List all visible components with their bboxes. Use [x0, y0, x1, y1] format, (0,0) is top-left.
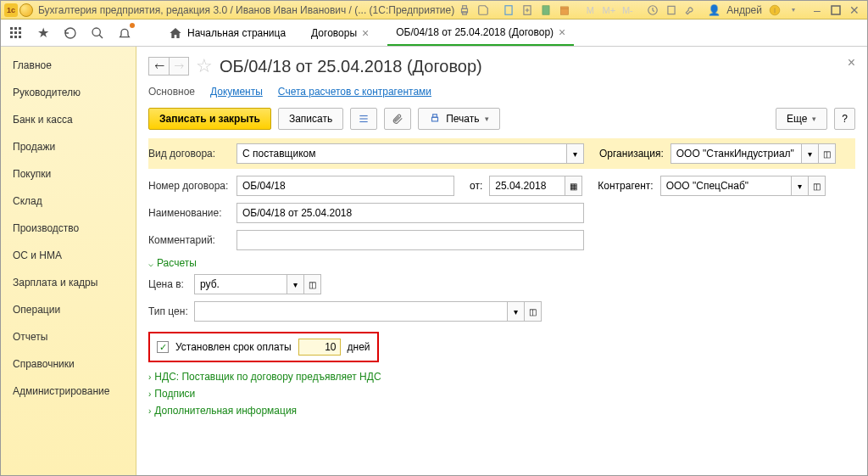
svg-rect-18	[19, 31, 21, 34]
sign-expander[interactable]: ›Подписи	[148, 388, 855, 400]
term-label: Установлен срок оплаты	[175, 341, 292, 353]
svg-rect-3	[505, 5, 512, 14]
calendar-picker-icon[interactable]: ▦	[565, 176, 582, 196]
calc-expander[interactable]: ⌵Расчеты	[148, 257, 855, 269]
save-button[interactable]: Записать	[278, 108, 343, 130]
sidebar-item-admin[interactable]: Администрирование	[1, 378, 136, 405]
sidebar-item-assets[interactable]: ОС и НМА	[1, 242, 136, 269]
type-input[interactable]	[194, 301, 508, 322]
open-icon[interactable]: ◫	[819, 143, 836, 164]
price-input[interactable]	[194, 274, 287, 294]
nav-back-button[interactable]: 🡐	[148, 57, 169, 76]
sidebar-item-operations[interactable]: Операции	[1, 296, 136, 323]
svg-rect-1	[463, 5, 467, 8]
home-tab[interactable]: Начальная страница	[162, 21, 292, 45]
sidebar-item-production[interactable]: Производство	[1, 215, 136, 242]
print-button[interactable]: Печать▾	[418, 108, 499, 130]
sidebar-item-main[interactable]: Главное	[1, 52, 136, 79]
close-icon[interactable]: ×	[362, 26, 369, 40]
close-window-icon[interactable]: ✕	[847, 3, 862, 17]
open-icon[interactable]: ◫	[304, 274, 321, 294]
svg-rect-19	[10, 36, 13, 38]
type-label: Тип цен:	[148, 305, 194, 317]
close-page-icon[interactable]: ×	[848, 55, 855, 70]
star-icon[interactable]: ★	[35, 25, 52, 42]
tab-contracts[interactable]: Договоры ×	[303, 21, 377, 45]
m-plus-btn[interactable]: M+	[601, 3, 616, 17]
sidebar-item-manager[interactable]: Руководителю	[1, 79, 136, 106]
dropdown-icon[interactable]: ▾	[802, 143, 819, 164]
svg-rect-15	[19, 27, 21, 30]
info-icon[interactable]: i	[767, 3, 782, 17]
more-button[interactable]: Еще▾	[776, 108, 827, 130]
history-icon[interactable]	[62, 25, 79, 42]
doc-out-icon[interactable]	[520, 3, 535, 17]
favorite-star-icon[interactable]: ☆	[196, 55, 213, 77]
addl-expander[interactable]: ›Дополнительная информация	[148, 405, 855, 417]
counter-input[interactable]	[660, 176, 792, 196]
svg-line-23	[99, 35, 103, 38]
page-title: ОБ/04/18 от 25.04.2018 (Договор)	[220, 57, 482, 76]
date-input[interactable]	[489, 176, 565, 196]
clock-icon[interactable]	[645, 3, 660, 17]
close-icon[interactable]: ×	[559, 25, 565, 39]
app-logo-icon: 1c	[4, 3, 18, 17]
svg-rect-5	[542, 5, 549, 14]
sidebar-item-salary[interactable]: Зарплата и кадры	[1, 269, 136, 296]
name-input[interactable]	[236, 203, 584, 223]
org-label: Организация:	[599, 148, 664, 160]
attach-button[interactable]	[384, 108, 411, 130]
vat-expander[interactable]: ›НДС: Поставщик по договору предъявляет …	[148, 371, 855, 383]
org-input[interactable]	[670, 143, 802, 164]
calendar-icon[interactable]	[557, 3, 572, 17]
print-icon[interactable]	[457, 3, 472, 17]
comment-input[interactable]	[236, 230, 584, 250]
search-icon[interactable]	[89, 25, 106, 42]
bell-icon[interactable]	[116, 25, 133, 42]
term-checkbox[interactable]: ✓	[157, 341, 169, 353]
tab-contract-doc[interactable]: ОБ/04/18 от 25.04.2018 (Договор) ×	[387, 20, 574, 46]
window-title: Бухгалтерия предприятия, редакция 3.0 / …	[38, 4, 454, 16]
sidebar-item-sales[interactable]: Продажи	[1, 133, 136, 160]
chevron-down-icon: ⌵	[148, 259, 153, 268]
dropdown-icon[interactable]: ▾	[792, 176, 809, 196]
save-icon[interactable]	[476, 3, 491, 17]
help-button[interactable]: ?	[834, 108, 855, 130]
save-close-button[interactable]: Записать и закрыть	[148, 108, 271, 130]
svg-rect-27	[432, 117, 438, 121]
m-btn[interactable]: M	[582, 3, 598, 17]
book-icon[interactable]	[664, 3, 679, 17]
sidebar-item-refs[interactable]: Справочники	[1, 350, 136, 378]
subtab-docs[interactable]: Документы	[210, 86, 263, 98]
sidebar-item-reports[interactable]: Отчеты	[1, 323, 136, 350]
open-icon[interactable]: ◫	[809, 176, 826, 196]
info-drop-icon[interactable]: ▾	[786, 3, 801, 17]
svg-rect-9	[668, 6, 675, 14]
term-days-input[interactable]	[298, 339, 341, 356]
maximize-icon[interactable]	[828, 3, 843, 17]
dropdown-orb-icon[interactable]	[19, 3, 33, 17]
wrench-icon[interactable]	[682, 3, 698, 17]
list-button[interactable]	[350, 108, 377, 130]
printer-icon	[429, 113, 441, 125]
subtab-main[interactable]: Основное	[148, 86, 195, 98]
m-minus-btn[interactable]: M-	[620, 3, 635, 17]
sidebar-item-purchases[interactable]: Покупки	[1, 160, 136, 188]
calc-icon[interactable]	[538, 3, 554, 17]
num-input[interactable]	[236, 176, 454, 196]
dropdown-icon[interactable]: ▾	[287, 274, 304, 294]
subtab-accounts[interactable]: Счета расчетов с контрагентами	[278, 86, 431, 98]
dropdown-icon[interactable]: ▾	[508, 301, 525, 322]
nav-forward-button[interactable]: 🡒	[169, 57, 189, 76]
open-icon[interactable]: ◫	[525, 301, 542, 322]
contract-type-input[interactable]	[236, 143, 567, 164]
apps-icon[interactable]	[8, 25, 25, 42]
dropdown-icon[interactable]: ▾	[567, 143, 584, 164]
sidebar-item-warehouse[interactable]: Склад	[1, 188, 136, 215]
minimize-icon[interactable]: –	[810, 3, 825, 17]
doc-icon[interactable]	[501, 3, 516, 17]
sidebar-item-bank[interactable]: Банк и касса	[1, 106, 136, 133]
svg-rect-6	[561, 6, 569, 14]
svg-rect-13	[10, 27, 13, 30]
term-unit-label: дней	[348, 341, 370, 353]
